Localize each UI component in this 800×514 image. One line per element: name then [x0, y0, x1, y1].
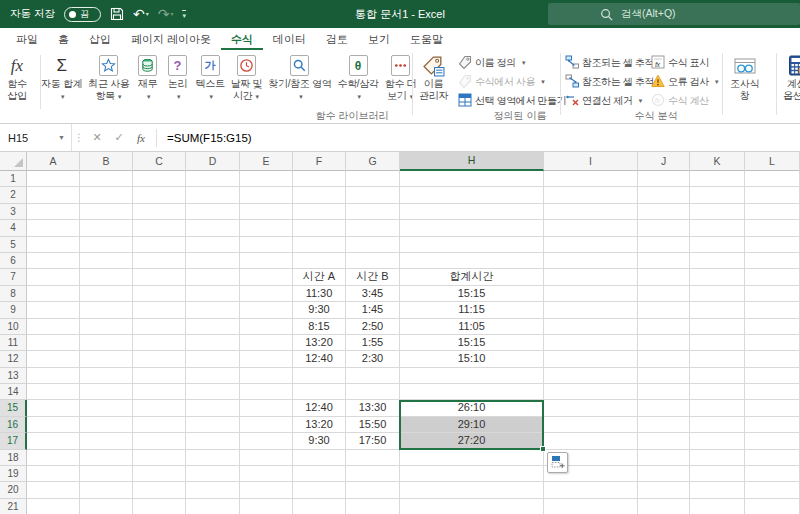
insert-function-button[interactable]: fx함수삽입	[2, 51, 32, 107]
cell-F18[interactable]	[293, 450, 346, 466]
cell-F2[interactable]	[293, 187, 346, 203]
cell-K6[interactable]	[690, 253, 745, 269]
cell-C8[interactable]	[133, 286, 186, 302]
cell-K7[interactable]	[690, 269, 745, 285]
cell-I11[interactable]	[544, 335, 638, 351]
lookup-button[interactable]: 찾기/참조 영역▼	[265, 51, 334, 107]
cell-E2[interactable]	[240, 187, 293, 203]
cell-D16[interactable]	[186, 417, 240, 433]
cell-J16[interactable]	[638, 417, 690, 433]
cell-F6[interactable]	[293, 253, 346, 269]
cell-B21[interactable]	[80, 499, 133, 514]
cell-I1[interactable]	[544, 171, 638, 187]
cell-C10[interactable]	[133, 319, 186, 335]
cell-H21[interactable]	[400, 499, 544, 514]
cell-G19[interactable]	[346, 466, 400, 482]
cell-D13[interactable]	[186, 368, 240, 384]
cell-G15[interactable]: 13:30	[346, 400, 400, 416]
cell-F4[interactable]	[293, 220, 346, 236]
cell-I2[interactable]	[544, 187, 638, 203]
cell-C20[interactable]	[133, 482, 186, 498]
cell-H17[interactable]: 27:20	[400, 433, 544, 449]
row-header-5[interactable]: 5	[0, 237, 27, 253]
cell-D6[interactable]	[186, 253, 240, 269]
cell-F7[interactable]: 시간 A	[293, 269, 346, 285]
cell-C14[interactable]	[133, 384, 186, 400]
row-header-10[interactable]: 10	[0, 319, 27, 335]
cell-K15[interactable]	[690, 400, 745, 416]
cell-K20[interactable]	[690, 482, 745, 498]
cell-E15[interactable]	[240, 400, 293, 416]
row-header-14[interactable]: 14	[0, 384, 27, 400]
row-header-6[interactable]: 6	[0, 253, 27, 269]
cell-I13[interactable]	[544, 368, 638, 384]
row-header-16[interactable]: 16	[0, 417, 27, 433]
cell-H20[interactable]	[400, 482, 544, 498]
cell-K17[interactable]	[690, 433, 745, 449]
autosum-button[interactable]: Σ자동 합계▼	[38, 51, 85, 107]
cell-C9[interactable]	[133, 302, 186, 318]
cell-H16[interactable]: 29:10	[400, 417, 544, 433]
cell-D20[interactable]	[186, 482, 240, 498]
cell-I14[interactable]	[544, 384, 638, 400]
cell-I6[interactable]	[544, 253, 638, 269]
cell-J15[interactable]	[638, 400, 690, 416]
more-functions-button[interactable]: 함수 더보기▼	[382, 51, 420, 107]
cell-I9[interactable]	[544, 302, 638, 318]
cell-E13[interactable]	[240, 368, 293, 384]
cell-I8[interactable]	[544, 286, 638, 302]
cell-H5[interactable]	[400, 237, 544, 253]
cell-K12[interactable]	[690, 351, 745, 367]
cell-I17[interactable]	[544, 433, 638, 449]
cell-A19[interactable]	[27, 466, 80, 482]
search-box[interactable]: 검색(Alt+Q)	[548, 3, 800, 25]
calc-options-button[interactable]: 계산옵션▼	[780, 51, 800, 107]
row-header-2[interactable]: 2	[0, 187, 27, 203]
cell-L19[interactable]	[745, 466, 800, 482]
row-header-19[interactable]: 19	[0, 466, 27, 482]
row-header-4[interactable]: 4	[0, 220, 27, 236]
cell-H3[interactable]	[400, 204, 544, 220]
cell-B10[interactable]	[80, 319, 133, 335]
cell-E1[interactable]	[240, 171, 293, 187]
cell-B1[interactable]	[80, 171, 133, 187]
tab-review[interactable]: 검토	[316, 28, 358, 50]
cell-I10[interactable]	[544, 319, 638, 335]
cell-K13[interactable]	[690, 368, 745, 384]
cell-L16[interactable]	[745, 417, 800, 433]
cell-E19[interactable]	[240, 466, 293, 482]
cell-G13[interactable]	[346, 368, 400, 384]
cell-I3[interactable]	[544, 204, 638, 220]
cell-B16[interactable]	[80, 417, 133, 433]
cell-G5[interactable]	[346, 237, 400, 253]
cell-H18[interactable]	[400, 450, 544, 466]
cell-H15[interactable]: 26:10	[400, 400, 544, 416]
cell-L17[interactable]	[745, 433, 800, 449]
cell-I5[interactable]	[544, 237, 638, 253]
cell-C2[interactable]	[133, 187, 186, 203]
cell-L3[interactable]	[745, 204, 800, 220]
cell-B18[interactable]	[80, 450, 133, 466]
cell-F10[interactable]: 8:15	[293, 319, 346, 335]
cell-G2[interactable]	[346, 187, 400, 203]
trace-dependents-button[interactable]: 참조하는 셀 추적	[565, 73, 654, 91]
cell-J2[interactable]	[638, 187, 690, 203]
cell-G3[interactable]	[346, 204, 400, 220]
cell-J14[interactable]	[638, 384, 690, 400]
cell-F12[interactable]: 12:40	[293, 351, 346, 367]
cell-G8[interactable]: 3:45	[346, 286, 400, 302]
save-button[interactable]	[110, 7, 124, 21]
cell-B15[interactable]	[80, 400, 133, 416]
cell-J19[interactable]	[638, 466, 690, 482]
cell-L5[interactable]	[745, 237, 800, 253]
cell-J13[interactable]	[638, 368, 690, 384]
cell-F3[interactable]	[293, 204, 346, 220]
cell-D21[interactable]	[186, 499, 240, 514]
cell-J1[interactable]	[638, 171, 690, 187]
cell-F11[interactable]: 13:20	[293, 335, 346, 351]
cell-F17[interactable]: 9:30	[293, 433, 346, 449]
tab-page-layout[interactable]: 페이지 레이아웃	[121, 28, 221, 50]
row-header-18[interactable]: 18	[0, 450, 27, 466]
cell-E8[interactable]	[240, 286, 293, 302]
cell-C15[interactable]	[133, 400, 186, 416]
